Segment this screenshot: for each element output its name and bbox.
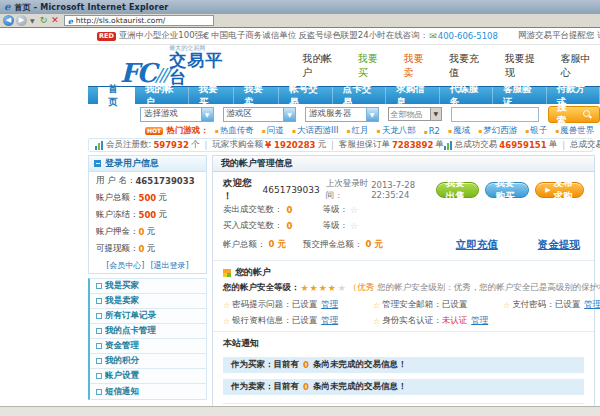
recharge-now-link[interactable]: 立即充值 xyxy=(456,238,498,252)
ie-icon: e xyxy=(4,2,10,12)
divider xyxy=(223,403,584,404)
link-recharge[interactable]: 我要充值 xyxy=(449,52,489,80)
manage-link[interactable]: 管理 xyxy=(471,315,488,327)
link-i-buy[interactable]: 我要买 xyxy=(358,52,388,80)
security-level-row: 您的帐户安全等级： ★★★★ ★ （优秀 您的帐户安全级别：优秀，您的帐户安全已… xyxy=(223,280,584,296)
hot-link[interactable]: ▪红月 xyxy=(346,125,368,137)
tab-leveling[interactable]: 代练服务 xyxy=(440,87,493,104)
tab-buy[interactable]: 我要买 xyxy=(189,87,234,104)
sold-count-row: 卖出成交笔数： 0 等级： ☆ xyxy=(223,202,584,218)
stat-deal-value: 46959151 xyxy=(499,140,546,150)
post-demand-button[interactable]: ▶发布求购 xyxy=(535,182,584,198)
refresh-icon[interactable]: ↻ xyxy=(40,16,48,25)
search-button[interactable]: 搜 索 xyxy=(548,106,600,123)
star-icon: ☆ xyxy=(373,317,380,326)
address-field[interactable]: e http://sls.oktaurist.com/ xyxy=(64,15,214,26)
item-type-select[interactable]: 全部物品 ▼ xyxy=(388,107,442,121)
account-panel: 我的帐户管理信息 欢迎您 ！ 4651739033 上次登录时间： 2013-7… xyxy=(212,155,595,406)
logo-name: 交易平台 xyxy=(169,52,240,86)
member-center-link[interactable]: [会员中心] xyxy=(106,260,144,271)
content-area: 登录用户信息 用 户 名： 4651739033 账户总额： 500 元 账户冻… xyxy=(88,152,600,406)
hot-link[interactable]: ▪魔域 xyxy=(448,125,470,137)
security-items-grid: ☆ 密码提示问题： 已设置 管理 ☆ 管理安全邮箱： 已设置 ☆ 支付密 xyxy=(223,299,584,327)
hot-label: 热门游戏： xyxy=(166,125,209,137)
username-value: 4651739033 xyxy=(135,176,194,186)
marquee-notice: 网游交易平台提醒您 请不要在游戏 xyxy=(498,30,600,42)
withdraw-funds-link[interactable]: 资金提现 xyxy=(538,238,580,252)
stop-icon[interactable]: ✕ xyxy=(51,16,59,25)
link-service[interactable]: 客服中心 xyxy=(560,52,600,80)
sidebar-item-settings[interactable]: 账户设置 xyxy=(90,369,206,384)
stat-buy-value: ¥ 1920283 xyxy=(265,140,315,150)
hot-link[interactable]: ▪热血传奇 xyxy=(215,125,254,137)
top-info-bar: RED 亚洲中小型企业100强 € 中国电子商务诚信单位 反盗号绿色联盟 24小… xyxy=(0,28,600,45)
sidebar-item-cards[interactable]: 我的点卡管理 xyxy=(90,324,206,339)
sidebar-item-seller[interactable]: 我是卖家 xyxy=(90,294,206,309)
status-bar xyxy=(0,406,600,416)
sidebar-item-funds[interactable]: 资金管理 xyxy=(90,339,206,354)
hot-link[interactable]: ▪问道 xyxy=(262,125,284,137)
hot-link[interactable]: ▪大话西游III xyxy=(292,125,339,137)
link-withdraw[interactable]: 我要提现 xyxy=(505,52,545,80)
bullet-icon: ▪ xyxy=(215,127,219,134)
level-note-highlight: （优秀 xyxy=(349,282,375,294)
tab-card-trade[interactable]: 点卡交易 xyxy=(333,87,386,104)
link-i-sell[interactable]: 我要卖 xyxy=(404,52,434,80)
seller-pending-count: 0 xyxy=(303,382,309,392)
manage-link[interactable]: 管理 xyxy=(584,299,600,311)
sidebar-item-sms[interactable]: 短信通知 xyxy=(90,384,206,399)
stat-buy-label: 玩家求购金额 xyxy=(212,139,263,151)
square-icon xyxy=(96,298,102,304)
login-info-panel: 登录用户信息 用 户 名： 4651739033 账户总额： 500 元 账户冻… xyxy=(88,155,207,274)
tab-sell[interactable]: 我要卖 xyxy=(234,87,279,104)
divider xyxy=(213,260,594,261)
sell-button[interactable]: 我要出售 xyxy=(436,182,480,198)
deposit-value: 0 xyxy=(139,227,145,237)
withdrawable-value: 0 xyxy=(139,244,145,254)
award-text: 亚洲中小型企业100强 xyxy=(119,30,203,42)
tab-demand-info[interactable]: 求购信息 xyxy=(386,87,439,104)
hotline-number[interactable]: 400-606-5108 xyxy=(438,31,498,41)
sidebar-item-orders[interactable]: 所有订单记录 xyxy=(90,309,206,324)
bought-count-row: 买入成交笔数： 0 等级： ☆ xyxy=(223,218,584,234)
hot-link[interactable]: ▪R2 xyxy=(424,126,440,136)
tab-home[interactable]: 首页 xyxy=(98,87,135,104)
sidebar-item-points[interactable]: 我的积分 xyxy=(90,354,206,369)
security-item-real-name: ☆ 身份实名认证： 未认证 管理 xyxy=(373,315,503,327)
bullet-icon: ▪ xyxy=(346,127,350,134)
balance-summary-row: 帐户总额： 0 元 预交押金总额： 0 元 立即充值 资金提现 xyxy=(223,234,584,256)
buy-button[interactable]: 我要购买 xyxy=(485,182,529,198)
dim-star-icon: ★ xyxy=(338,283,346,293)
buyer-notice-bar: 作为买家：目前有 0 条尚未完成的交易信息！ xyxy=(223,357,584,373)
hot-link[interactable]: ▪天龙八部 xyxy=(377,125,416,137)
greeting: 欢迎您 ！ xyxy=(223,177,255,203)
hot-link[interactable]: ▪魔兽世界 xyxy=(555,125,594,137)
sidebar-item-buyer[interactable]: 我是买家 xyxy=(90,279,206,294)
logout-link[interactable]: [退出登录] xyxy=(151,260,189,271)
security-item-email: ☆ 管理安全邮箱： 已设置 xyxy=(373,299,503,311)
search-input[interactable] xyxy=(451,107,539,122)
balance-row: 账户总额： 500 元 xyxy=(89,189,206,206)
zone-select[interactable]: 游戏区 ▼ xyxy=(223,107,297,122)
login-panel-header: 登录用户信息 xyxy=(89,156,206,172)
server-select[interactable]: 游戏服务器 ▼ xyxy=(305,107,379,122)
hot-link[interactable]: ▪银子 xyxy=(525,125,547,137)
manage-link[interactable]: 管理 xyxy=(321,299,338,311)
manage-link[interactable]: 管理 xyxy=(321,315,338,327)
forward-button[interactable]: ▶ xyxy=(16,15,27,26)
grid-icon xyxy=(223,269,231,277)
mail-icon: ✉ xyxy=(429,31,437,41)
hot-link[interactable]: ▪梦幻西游 xyxy=(478,125,517,137)
link-my-account[interactable]: 我的帐户 xyxy=(302,52,342,80)
history-dropdown-icon[interactable]: ▼ xyxy=(30,17,35,24)
cert-text: 中国电子商务诚信单位 xyxy=(211,30,296,42)
star-icon: ☆ xyxy=(223,317,230,326)
welcome-row: 欢迎您 ！ 4651739033 上次登录时间： 2013-7-28 22:35… xyxy=(223,178,584,202)
back-button[interactable]: ◀ xyxy=(3,15,14,26)
tab-account-trade[interactable]: 帐号交易 xyxy=(279,87,332,104)
tab-service-verify[interactable]: 客服验证 xyxy=(493,87,546,104)
game-select[interactable]: 选择游戏 ▼ xyxy=(140,107,214,122)
login-panel-links: [会员中心] [退出登录] xyxy=(89,257,206,273)
tab-my-account[interactable]: 我的帐户 xyxy=(135,87,188,104)
cert-icon: € xyxy=(203,31,209,41)
